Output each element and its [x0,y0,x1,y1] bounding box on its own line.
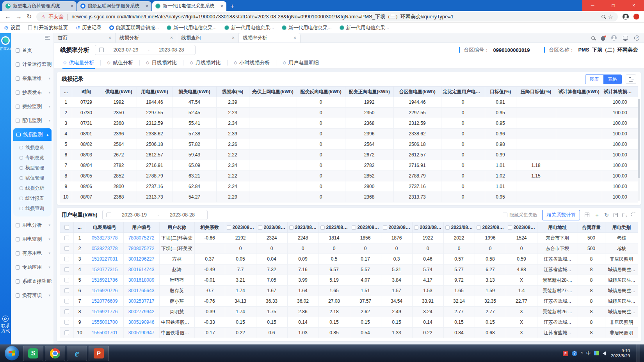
row-checkbox[interactable] [64,267,69,272]
date-col-checkbox[interactable] [320,225,325,230]
tray-red-app-icon[interactable]: P [563,351,568,356]
subtab-月线损对比[interactable]: ◇月线损对比 [183,57,227,68]
refresh-button[interactable]: ↻ [604,212,609,218]
meter-no-link[interactable]: 1519227031 [86,254,123,264]
sidebar-subitem-专职总览[interactable]: 专职总览 [13,153,52,163]
date-col-checkbox[interactable] [445,225,450,230]
tray-volume-icon[interactable] [603,351,606,355]
sidebar-item-配电监测[interactable]: 配电监测▾ [11,114,53,128]
workspace-tab-线损率分析[interactable]: 线损率分析× [239,33,301,43]
back-button[interactable]: ← [5,14,11,20]
row-checkbox[interactable] [64,320,69,325]
user-no-link[interactable]: 3002779942 [123,307,159,317]
meter-no-link[interactable]: 1555001701 [86,328,123,338]
browser-tab[interactable]: 能源互联网营销服务系统× [77,1,151,11]
tray-ime-icon[interactable]: 中 [586,350,591,356]
user-avatar-icon[interactable] [611,35,617,41]
bookmark-item[interactable]: 新一代用电信息采... [167,25,216,31]
url-text[interactable]: neweic.js.sgcc.com.cn/#/llm/line/LineRat… [71,13,598,20]
sidebar-item-费控监测[interactable]: 费控监测▾ [11,99,53,114]
close-button[interactable]: × [623,0,644,11]
sidebar-item-首页[interactable]: 首页 [11,43,53,57]
user-no-link[interactable]: 7808075272 [123,243,159,254]
start-button[interactable] [5,346,19,360]
fullscreen-icon[interactable] [623,36,628,40]
sidebar-subitem-线损分析[interactable]: 线损分析 [13,183,52,193]
tab-close-icon[interactable]: × [170,35,173,41]
correlation-calc-button[interactable]: 相关系数计算 [542,210,580,220]
workspace-tab-线损分析[interactable]: 线损分析× [116,33,177,43]
tray-caret-icon[interactable]: ^ [581,351,583,356]
bookmark-star-icon[interactable]: ☆ [608,13,613,20]
tray-network-icon[interactable] [594,351,599,355]
taskbar-wps-button[interactable]: S [23,346,43,361]
date-col-checkbox[interactable] [508,225,512,230]
user-no-link[interactable]: 7808075272 [123,233,159,243]
date-col-checkbox[interactable] [383,225,387,230]
tab-close-icon[interactable]: × [232,35,235,41]
sidebar-item-抄表发布[interactable]: 抄表发布▾ [11,85,53,99]
sidebar-collapse-icon[interactable] [45,36,50,40]
user-date-start[interactable]: 2023-08-19 [114,212,155,218]
row-checkbox[interactable] [64,278,69,282]
user-no-link[interactable]: 3001296227 [123,254,159,264]
taskbar-ie-button[interactable]: e [67,346,87,361]
date-col-checkbox[interactable] [414,225,418,230]
row-checkbox[interactable] [64,246,69,251]
contact-widget[interactable]: 联系 方式 [0,316,11,334]
meter-no-link[interactable]: 1520776609 [86,296,123,307]
profile-icon[interactable] [623,14,629,20]
bookmark-item[interactable]: ↺历史记录 [76,25,101,31]
fullscreen-button[interactable] [632,213,636,217]
table-view-button[interactable]: 表格 [603,75,621,84]
sidebar-subitem-线损总览[interactable]: 线损总览 [13,142,52,153]
sidebar-item-有序用电[interactable]: 有序用电▾ [11,246,53,260]
sidebar-item-负荷辨识[interactable]: 负荷辨识▾ [11,288,53,302]
bookmark-item[interactable]: ⚙设置 [4,25,20,31]
hide-failed-checkbox[interactable] [503,213,507,217]
bookmark-item[interactable]: 打开新的标签页 [28,25,68,31]
meter-no-link[interactable]: 0538273778 [86,233,123,243]
taskbar-clock[interactable]: 9:10 2023/8/29 [611,348,630,358]
tray-help-icon[interactable]: ? [572,351,577,356]
user-no-link[interactable]: 3005190946 [123,317,159,328]
meter-no-link[interactable]: 1555001700 [86,317,123,328]
update-badge-icon[interactable] [633,14,639,20]
search-icon[interactable] [591,36,595,40]
export-button[interactable] [626,75,636,84]
sidebar-subitem-线损查询[interactable]: 线损查询 [13,203,52,213]
forward-button[interactable]: → [16,14,22,20]
workspace-tab-线损查询[interactable]: 线损查询× [177,33,239,43]
url-bar[interactable]: ⚠ 不安全 | neweic.js.sgcc.com.cn/#/llm/line… [36,12,618,21]
meter-no-link[interactable]: 1520777315 [86,264,123,275]
help-icon[interactable]: ? [634,35,639,41]
subtab-赋值分析[interactable]: ◇赋值分析 [101,57,139,68]
sidebar-item-专题应用[interactable]: 专题应用▾ [11,260,53,274]
sidebar-subitem-赋值管理[interactable]: 赋值管理 [13,173,52,183]
row-checkbox[interactable] [64,257,69,261]
maximize-button[interactable]: □ [603,0,624,11]
bell-icon[interactable] [601,36,605,40]
table-scrollbar[interactable] [638,99,640,201]
sidebar-subitem-统计报表[interactable]: 统计报表 [13,193,52,203]
reload-button[interactable]: ↻ [27,14,32,20]
sidebar-item-采集运维[interactable]: 采集运维▾ [11,71,53,85]
user-no-link[interactable]: 3001614743 [123,264,159,275]
row-checkbox[interactable] [64,309,69,314]
bookmark-item[interactable]: 新一代用电信息采... [224,25,274,31]
browser-tab[interactable]: 新型电力负荷管理系统× [2,1,76,11]
bookmark-item[interactable]: 能源互联网营销服... [109,25,159,31]
tab-close-icon[interactable]: × [220,3,223,9]
sidebar-item-计量运行监测[interactable]: 计量运行监测▾ [11,57,53,71]
row-checkbox[interactable] [64,330,69,335]
row-checkbox[interactable] [64,299,69,303]
scrollbar-thumb[interactable] [638,99,640,178]
meter-no-link[interactable]: 1516921786 [86,275,123,286]
export-button[interactable] [623,213,627,217]
sidebar-item-线损监测[interactable]: 线损监测▴ [13,128,52,141]
bookmark-item[interactable]: 新一代用电信息采... [340,25,389,31]
security-label[interactable]: 不安全 [48,13,64,20]
subtab-供电量分析[interactable]: ◇供电量分析 [57,57,100,68]
user-no-link[interactable]: 3001765643 [123,286,159,296]
date-range-picker[interactable]: 2023-07-29 - 2023-08-28 [95,45,196,55]
